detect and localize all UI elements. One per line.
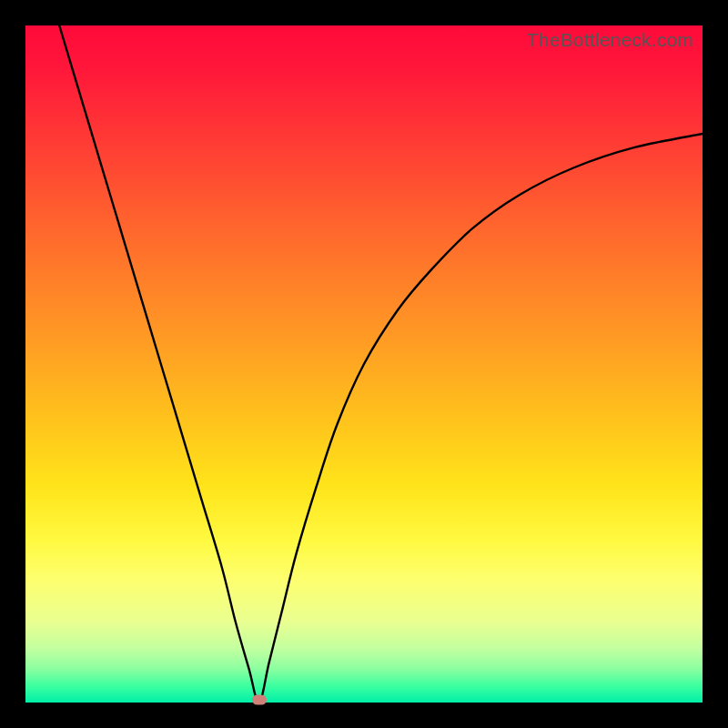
bottleneck-curve xyxy=(25,25,703,703)
curve-path xyxy=(59,25,703,703)
plot-area: TheBottleneck.com xyxy=(25,25,703,703)
minimum-marker xyxy=(252,695,267,705)
chart-frame: TheBottleneck.com xyxy=(0,0,728,728)
